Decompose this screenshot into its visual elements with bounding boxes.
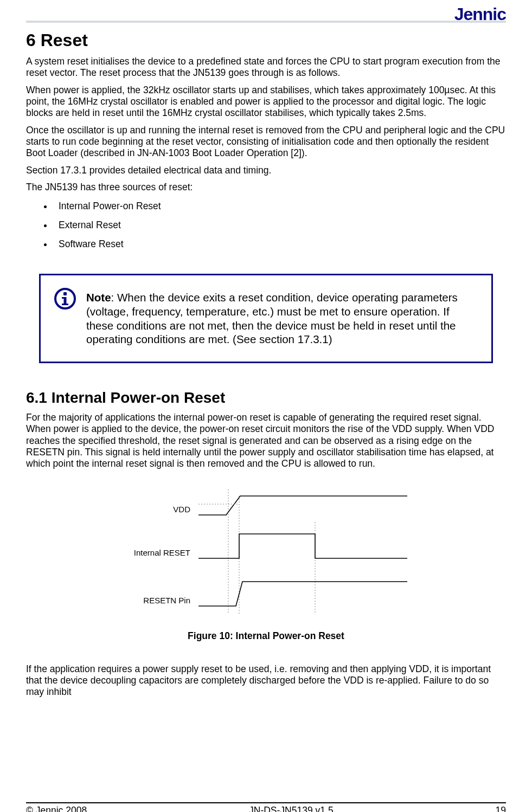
svg-rect-1 (63, 292, 67, 295)
heading-6-1: 6.1 Internal Power-on Reset (26, 389, 506, 407)
brand-logo: Jennic (454, 4, 506, 24)
footer-doc-id: JN-DS-JN5139 v1.5 (249, 805, 334, 812)
figure-caption: Figure 10: Internal Power-on Reset (26, 630, 506, 642)
footer-rule (26, 802, 506, 803)
note-box: Note: When the device exits a reset cond… (39, 274, 493, 363)
para-por: For the majority of applications the int… (26, 412, 506, 470)
header-rule: Jennic (26, 21, 506, 23)
para-decoupling: If the application requires a power supp… (26, 663, 506, 698)
page: Jennic 6 Reset A system reset initialise… (0, 21, 532, 812)
svg-rect-4 (62, 304, 68, 305)
para-sources: The JN5139 has three sources of reset: (26, 182, 506, 193)
para-intro: A system reset initialises the device to… (26, 56, 506, 79)
note-body: : When the device exits a reset conditio… (86, 291, 458, 345)
heading-6-reset: 6 Reset (26, 30, 506, 50)
page-footer: © Jennic 2008 JN-DS-JN5139 v1.5 19 (26, 805, 506, 812)
list-item: External Reset (53, 220, 506, 231)
para-oscillator: Once the oscillator is up and running th… (26, 125, 506, 159)
figure-10: VDD Internal RESET RESETN Pin Figure 10:… (26, 485, 506, 642)
list-item: Internal Power-on Reset (53, 201, 506, 212)
list-item: Software Reset (53, 239, 506, 250)
svg-rect-3 (62, 297, 66, 299)
signal-label-vdd: VDD (173, 505, 190, 514)
footer-page-num: 19 (496, 805, 506, 812)
footer-copyright: © Jennic 2008 (26, 805, 87, 812)
para-section-ref: Section 17.3.1 provides detailed electri… (26, 165, 506, 176)
info-icon (54, 287, 76, 312)
note-label: Note (86, 291, 111, 304)
micro-symbol: µ (444, 85, 450, 95)
timing-diagram: VDD Internal RESET RESETN Pin (114, 485, 418, 621)
note-text: Note: When the device exits a reset cond… (86, 291, 476, 346)
para-power-up-a: When power is applied, the 32kHz oscilla… (26, 85, 444, 95)
para-power-up: When power is applied, the 32kHz oscilla… (26, 85, 506, 119)
signal-label-internal-reset: Internal RESET (133, 548, 190, 557)
signal-label-resetn-pin: RESETN Pin (143, 596, 190, 605)
reset-sources-list: Internal Power-on Reset External Reset S… (46, 201, 506, 250)
